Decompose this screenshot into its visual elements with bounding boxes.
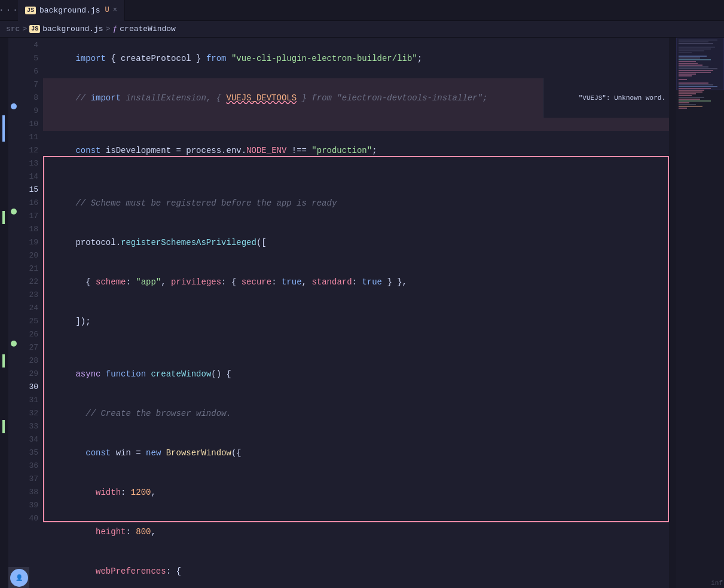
breadcrumb-src: src <box>6 24 20 33</box>
ln-32: 32 <box>19 407 43 420</box>
overview-bar-green3 <box>2 420 5 433</box>
ln-9: 9 <box>19 105 43 118</box>
ln-17: 17 <box>19 210 43 223</box>
minimap-inf: inf <box>711 580 723 587</box>
code-line-13: async function createWindow() { <box>43 354 669 394</box>
ln-4: 4 <box>19 39 43 52</box>
code-line-10: { scheme: "app", privileges: { secure: t… <box>43 262 669 302</box>
ln-8: 8 <box>19 91 43 105</box>
ln-34: 34 <box>19 433 43 446</box>
ln-27: 27 <box>19 341 43 354</box>
ln-15: 15 <box>19 183 43 197</box>
breadcrumb-js-icon: JS <box>29 25 40 33</box>
minimap-viewport <box>676 38 724 90</box>
breadcrumb-sep2: > <box>106 24 111 33</box>
ln-37: 37 <box>19 473 43 486</box>
code-line-6: const isDevelopment = process.env.NODE_E… <box>43 131 669 170</box>
code-line-5: // import installExtension, { VUEJS_DEVT… <box>43 78 669 131</box>
ln-38: 38 <box>19 486 43 499</box>
code-line-18: webPreferences: { <box>43 552 669 588</box>
ln-35: 35 <box>19 446 43 460</box>
scrollbar[interactable] <box>669 38 676 588</box>
ln-6: 6 <box>19 65 43 78</box>
overview-bar <box>0 38 8 588</box>
window-controls: ··· <box>0 5 19 16</box>
breadcrumb: src > JS background.js > ƒ createWindow <box>0 21 724 38</box>
ln-12: 12 <box>19 144 43 157</box>
editor: 4 5 6 7 8 9 10 11 12 13 14 15 16 17 18 1… <box>0 38 724 588</box>
code-line-11: ]); <box>43 302 669 341</box>
bp-line28 <box>11 209 17 215</box>
code-line-12 <box>43 341 669 354</box>
breadcrumb-file: background.js <box>42 24 103 33</box>
ln-10: 10 <box>19 118 43 131</box>
ln-24: 24 <box>19 302 43 315</box>
tab-bar-left: ··· <box>0 5 18 16</box>
code-line-9: protocol.registerSchemesAsPrivileged([ <box>43 223 669 262</box>
tab-modified: U <box>105 6 109 14</box>
ln-39: 39 <box>19 499 43 512</box>
code-line-16: width: 1200, <box>43 473 669 512</box>
ln-36: 36 <box>19 460 43 473</box>
code-line-15: const win = new BrowserWindow({ <box>43 433 669 473</box>
error-badge: "VUEJS": Unknown word. <box>543 78 669 118</box>
ln-20: 20 <box>19 249 43 262</box>
overview-bar-blue1 <box>2 115 5 142</box>
ln-5: 5 <box>19 52 43 65</box>
breadcrumb-func-icon: ƒ <box>112 24 117 33</box>
code-line-4: import { createProtocol } from "vue-cli-… <box>43 39 669 78</box>
code-line-8: // Scheme must be registered before the … <box>43 183 669 223</box>
ln-18: 18 <box>19 223 43 236</box>
bp-line34 <box>11 341 17 347</box>
ln-28: 28 <box>19 354 43 368</box>
ln-33: 33 <box>19 420 43 433</box>
bp-line15 <box>11 103 17 109</box>
editor-tab[interactable]: JS background.js U × <box>18 0 125 21</box>
ln-7: 7 <box>19 78 43 91</box>
ln-13: 13 <box>19 157 43 170</box>
tab-bar: ··· JS background.js U × <box>0 0 724 21</box>
ln-26: 26 <box>19 328 43 341</box>
breadcrumb-sep1: > <box>22 24 27 33</box>
ln-31: 31 <box>19 394 43 407</box>
overview-bar-green2 <box>2 354 5 368</box>
ln-11: 11 <box>19 131 43 144</box>
tab-filename: background.js <box>39 6 100 15</box>
avatar: 👤 <box>8 567 29 588</box>
code-line-17: height: 800, <box>43 512 669 552</box>
ln-22: 22 <box>19 275 43 289</box>
tab-js-icon: JS <box>25 7 36 14</box>
tab-close-button[interactable]: × <box>113 6 117 14</box>
ln-30: 30 <box>19 381 43 394</box>
ln-21: 21 <box>19 262 43 275</box>
ln-25: 25 <box>19 315 43 328</box>
code-line-7 <box>43 170 669 183</box>
code-line-14: // Create the browser window. <box>43 394 669 433</box>
gutter-bp <box>8 38 19 588</box>
breadcrumb-func: createWindow <box>120 24 176 33</box>
avatar-image: 👤 <box>10 569 28 587</box>
ln-16: 16 <box>19 197 43 210</box>
code-content[interactable]: import { createProtocol } from "vue-cli-… <box>43 38 669 588</box>
ln-40: 40 <box>19 512 43 525</box>
minimap: inf <box>676 38 724 588</box>
overview-bar-green1 <box>2 211 5 224</box>
ln-29: 29 <box>19 368 43 381</box>
line-numbers: 4 5 6 7 8 9 10 11 12 13 14 15 16 17 18 1… <box>19 38 43 588</box>
ln-19: 19 <box>19 236 43 249</box>
ln-14: 14 <box>19 170 43 183</box>
ln-23: 23 <box>19 289 43 302</box>
